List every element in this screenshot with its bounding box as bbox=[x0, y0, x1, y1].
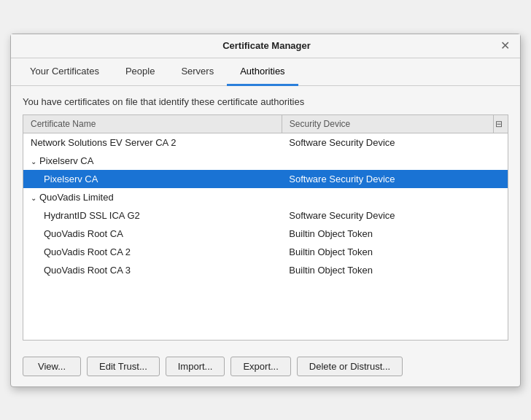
cert-row-extra bbox=[493, 225, 508, 243]
tab-servers[interactable]: Servers bbox=[168, 58, 227, 86]
column-header-device: Security Device bbox=[282, 115, 493, 133]
certificates-table-container[interactable]: Certificate Name Security Device ⊟ Netwo… bbox=[23, 114, 508, 341]
table-row[interactable]: QuoVadis Root CA 2Builtin Object Token bbox=[23, 243, 508, 261]
table-header-row: Certificate Name Security Device ⊟ bbox=[23, 115, 508, 133]
footer-buttons: View... Edit Trust... Import... Export..… bbox=[11, 349, 520, 386]
cert-name-cell: QuoVadis Root CA bbox=[23, 225, 282, 243]
content-area: You have certificates on file that ident… bbox=[11, 86, 520, 349]
close-button[interactable]: ✕ bbox=[499, 40, 511, 52]
tab-authorities[interactable]: Authorities bbox=[227, 58, 298, 86]
cert-device-cell: Software Security Device bbox=[282, 170, 493, 188]
table-row[interactable]: ⌄QuoVadis Limited bbox=[23, 188, 508, 206]
delete-distrust-button[interactable]: Delete or Distrust... bbox=[297, 357, 403, 376]
import-button[interactable]: Import... bbox=[166, 357, 225, 376]
page-description: You have certificates on file that ident… bbox=[23, 96, 508, 107]
cert-device-cell: Software Security Device bbox=[282, 133, 493, 152]
dialog-title: Certificate Manager bbox=[34, 40, 499, 51]
cert-row-extra bbox=[493, 243, 508, 261]
cert-name-cell: Network Solutions EV Server CA 2 bbox=[23, 133, 282, 152]
table-row[interactable]: Network Solutions EV Server CA 2Software… bbox=[23, 133, 508, 152]
table-row[interactable]: QuoVadis Root CA 3Builtin Object Token bbox=[23, 261, 508, 279]
chevron-down-icon: ⌄ bbox=[31, 158, 36, 166]
cert-device-cell: Builtin Object Token bbox=[282, 225, 493, 243]
cert-name-cell: HydrantID SSL ICA G2 bbox=[23, 206, 282, 225]
tab-bar: Your Certificates People Servers Authori… bbox=[11, 58, 520, 86]
column-header-name: Certificate Name bbox=[23, 115, 282, 133]
cert-name-cell: QuoVadis Root CA 2 bbox=[23, 243, 282, 261]
table-row[interactable]: QuoVadis Root CABuiltin Object Token bbox=[23, 225, 508, 243]
table-row[interactable]: HydrantID SSL ICA G2Software Security De… bbox=[23, 206, 508, 225]
cert-device-cell: Software Security Device bbox=[282, 206, 493, 225]
cert-name-cell: Pixelserv CA bbox=[23, 170, 282, 188]
table-row[interactable]: ⌄Pixelserv CA bbox=[23, 152, 508, 170]
chevron-down-icon: ⌄ bbox=[31, 194, 36, 202]
certificates-table: Certificate Name Security Device ⊟ Netwo… bbox=[23, 115, 508, 279]
table-row[interactable]: Pixelserv CASoftware Security Device bbox=[23, 170, 508, 188]
cert-row-extra bbox=[493, 206, 508, 225]
close-icon: ✕ bbox=[500, 39, 510, 52]
cert-device-cell: Builtin Object Token bbox=[282, 261, 493, 279]
cert-row-extra bbox=[493, 133, 508, 152]
tab-your-certificates[interactable]: Your Certificates bbox=[17, 58, 112, 86]
cert-device-cell: Builtin Object Token bbox=[282, 243, 493, 261]
cert-name-cell: QuoVadis Root CA 3 bbox=[23, 261, 282, 279]
corner-icon: ⊟ bbox=[493, 115, 508, 133]
cert-row-extra bbox=[493, 170, 508, 188]
view-button[interactable]: View... bbox=[23, 357, 81, 376]
table-body: Network Solutions EV Server CA 2Software… bbox=[23, 133, 508, 279]
tab-people[interactable]: People bbox=[112, 58, 168, 86]
titlebar: Certificate Manager ✕ bbox=[11, 34, 520, 58]
export-button[interactable]: Export... bbox=[230, 357, 290, 376]
edit-trust-button[interactable]: Edit Trust... bbox=[87, 357, 160, 376]
cert-row-extra bbox=[493, 261, 508, 279]
certificate-manager-dialog: Certificate Manager ✕ Your Certificates … bbox=[10, 34, 521, 387]
